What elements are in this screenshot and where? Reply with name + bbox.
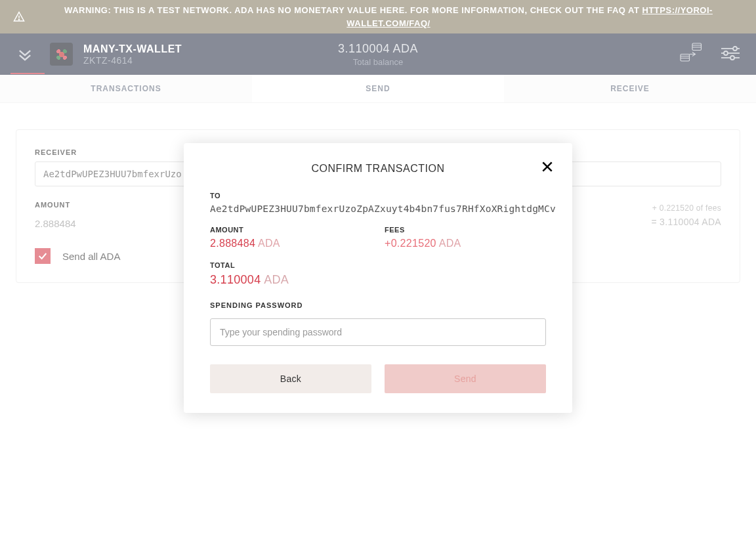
modal-title: CONFIRM TRANSACTION — [203, 163, 553, 175]
modal-total-label: TOTAL — [210, 261, 546, 269]
close-icon — [541, 160, 554, 173]
modal-fees-value: +0.221520 — [385, 238, 436, 249]
back-button[interactable]: Back — [210, 364, 371, 393]
spending-password-input[interactable] — [210, 318, 546, 346]
confirm-transaction-modal: CONFIRM TRANSACTION TO Ae2tdPwUPEZ3HUU7b… — [184, 143, 572, 413]
modal-amount-label: AMOUNT — [210, 226, 371, 234]
modal-to-address: Ae2tdPwUPEZ3HUU7bmfexrUzoZpAZxuyt4b4bn7f… — [210, 203, 546, 214]
modal-to-label: TO — [210, 192, 546, 200]
send-button[interactable]: Send — [385, 364, 546, 393]
spending-password-label: SPENDING PASSWORD — [210, 301, 546, 309]
modal-amount-value: 2.888484 — [210, 238, 255, 249]
modal-total-currency: ADA — [264, 273, 289, 286]
modal-overlay: CONFIRM TRANSACTION TO Ae2tdPwUPEZ3HUU7b… — [0, 0, 756, 556]
modal-fees-currency: ADA — [439, 238, 461, 249]
close-button[interactable] — [541, 160, 554, 176]
modal-amount-currency: ADA — [258, 238, 280, 249]
modal-fees-label: FEES — [385, 226, 546, 234]
modal-total-value: 3.110004 — [210, 273, 261, 286]
